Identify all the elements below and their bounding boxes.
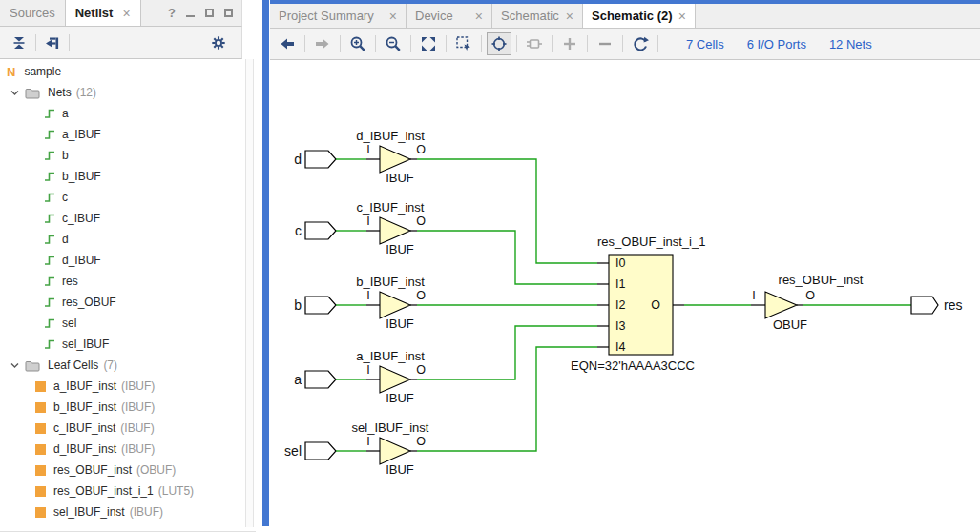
close-icon[interactable]: × bbox=[566, 10, 573, 23]
tree-item-cell[interactable]: b_IBUF_inst(IBUF) bbox=[0, 397, 244, 418]
scroll-to-selected-button[interactable] bbox=[41, 31, 64, 54]
pin-out-label: O bbox=[416, 143, 426, 156]
back-button[interactable] bbox=[275, 32, 300, 55]
tree-item-cell[interactable]: a_IBUF_inst(IBUF) bbox=[0, 376, 244, 397]
tree-item-net[interactable]: res bbox=[0, 271, 244, 292]
tree-label: b_IBUF bbox=[62, 170, 101, 183]
tree-item-net[interactable]: b_IBUF bbox=[0, 166, 244, 187]
left-tab-bar: Sources Netlist × ? bbox=[0, 0, 242, 27]
output-port-shape[interactable] bbox=[911, 297, 938, 314]
close-icon[interactable]: × bbox=[389, 10, 397, 23]
collapse-button[interactable] bbox=[593, 32, 617, 55]
cells-count-link[interactable]: 7 Cells bbox=[686, 37, 724, 51]
scroll-to-selected-icon bbox=[44, 34, 61, 51]
panel-splitter[interactable] bbox=[262, 0, 269, 526]
ibuf-cell-shape[interactable] bbox=[380, 366, 410, 393]
collapse-all-button[interactable] bbox=[8, 31, 31, 54]
input-port-shape[interactable] bbox=[305, 371, 336, 388]
tree-item-cell[interactable]: c_IBUF_inst(IBUF) bbox=[0, 418, 244, 439]
chevron-down-icon[interactable] bbox=[10, 360, 20, 371]
folder-icon bbox=[25, 359, 40, 372]
tab-project-summary[interactable]: Project Summary × bbox=[270, 4, 407, 28]
tree-item-net[interactable]: d_IBUF bbox=[0, 250, 244, 271]
tree-item-cell[interactable]: d_IBUF_inst(IBUF) bbox=[0, 439, 244, 460]
input-port-shape[interactable] bbox=[305, 222, 336, 239]
tree-item-net[interactable]: a bbox=[0, 103, 244, 124]
tree-item-net[interactable]: c bbox=[0, 187, 244, 208]
pin-label: I0 bbox=[615, 256, 625, 270]
netlist-n-icon: N bbox=[7, 65, 15, 79]
pin-in-label: I bbox=[366, 143, 369, 156]
tree-item-cell[interactable]: sel_IBUF_inst(IBUF) bbox=[0, 501, 244, 522]
plus-icon bbox=[561, 35, 578, 52]
tree-group-nets[interactable]: Nets (12) bbox=[0, 82, 244, 103]
tree-item-net[interactable]: d bbox=[0, 229, 244, 250]
lut5-cell: res_OBUF_inst_i_1 I0 I1 I2 I3 I4 O EQN=3… bbox=[571, 235, 705, 373]
close-icon[interactable]: × bbox=[475, 10, 483, 23]
tab-device[interactable]: Device × bbox=[407, 4, 492, 28]
pin-in-label: I bbox=[366, 289, 369, 302]
panel-window-controls: ? bbox=[168, 0, 241, 26]
zoom-out-button[interactable] bbox=[381, 32, 406, 55]
expand-button[interactable] bbox=[557, 32, 582, 55]
toolbar-separator bbox=[622, 35, 623, 52]
tree-item-net[interactable]: a_IBUF bbox=[0, 124, 244, 145]
io-ports-count-link[interactable]: 6 I/O Ports bbox=[747, 37, 806, 51]
tree-item-net[interactable]: c_IBUF bbox=[0, 208, 244, 229]
tree-label: Nets bbox=[48, 86, 72, 99]
net-d-ibuf[interactable] bbox=[417, 159, 597, 263]
add-cell-button[interactable] bbox=[522, 32, 547, 55]
pin-out-label: O bbox=[416, 435, 426, 448]
help-icon[interactable]: ? bbox=[168, 6, 176, 20]
pin-label: I2 bbox=[615, 298, 625, 312]
zoom-in-button[interactable] bbox=[345, 32, 370, 55]
tab-sources[interactable]: Sources bbox=[0, 0, 66, 26]
minimize-icon[interactable] bbox=[186, 15, 195, 17]
tree-item-sample[interactable]: N sample bbox=[0, 61, 244, 82]
tree-count: (12) bbox=[76, 86, 96, 99]
input-port-shape[interactable] bbox=[305, 151, 336, 168]
cell-type: (OBUF) bbox=[136, 463, 176, 477]
obuf-cell-shape[interactable] bbox=[765, 292, 797, 318]
nets-count-link[interactable]: 12 Nets bbox=[829, 37, 872, 51]
close-icon[interactable]: × bbox=[122, 7, 130, 20]
net-icon bbox=[43, 296, 56, 309]
tree-item-cell[interactable]: res_OBUF_inst_i_1(LUT5) bbox=[0, 481, 244, 501]
cell-icon bbox=[35, 444, 46, 455]
forward-button[interactable] bbox=[310, 32, 335, 55]
tab-schematic[interactable]: Schematic × bbox=[492, 4, 583, 28]
tree-label: Leaf Cells bbox=[48, 358, 98, 372]
input-port-shape[interactable] bbox=[305, 442, 336, 460]
tree-item-net[interactable]: res_OBUF bbox=[0, 292, 244, 313]
tree-item-net[interactable]: sel bbox=[0, 313, 244, 334]
tab-schematic-2[interactable]: Schematic (2) × bbox=[583, 4, 696, 28]
regenerate-button[interactable] bbox=[628, 32, 653, 55]
close-icon[interactable]: × bbox=[678, 10, 686, 23]
tree-group-leaf-cells[interactable]: Leaf Cells (7) bbox=[0, 355, 244, 376]
ibuf-cell-shape[interactable] bbox=[380, 146, 410, 173]
net-icon bbox=[43, 338, 56, 351]
tab-netlist[interactable]: Netlist × bbox=[66, 0, 141, 26]
buffer-c: c I O c_IBUF_inst IBUF bbox=[295, 200, 426, 256]
tree-item-net[interactable]: sel_IBUF bbox=[0, 334, 244, 355]
zoom-to-selection-button[interactable] bbox=[451, 32, 476, 55]
schematic-canvas[interactable]: d I O d_IBUF_inst IBUF c I O bbox=[270, 60, 980, 532]
cell-icon bbox=[35, 381, 46, 392]
tree-item-cell[interactable]: res_OBUF_inst(OBUF) bbox=[0, 460, 244, 481]
zoom-fit-button[interactable] bbox=[416, 32, 441, 55]
tree-scrollbar[interactable] bbox=[245, 59, 254, 527]
input-port-shape[interactable] bbox=[305, 297, 336, 314]
instance-label: res_OBUF_inst bbox=[779, 273, 864, 287]
autofit-selection-button[interactable] bbox=[487, 32, 511, 55]
tree-item-net[interactable]: b bbox=[0, 145, 244, 166]
ibuf-cell-shape[interactable] bbox=[380, 292, 410, 318]
chevron-down-icon[interactable] bbox=[10, 88, 20, 98]
ibuf-cell-shape[interactable] bbox=[380, 217, 410, 244]
net-c-ibuf[interactable] bbox=[417, 231, 597, 284]
settings-button[interactable] bbox=[207, 31, 230, 54]
maximize-icon[interactable] bbox=[224, 9, 233, 17]
instance-label: d_IBUF_inst bbox=[356, 129, 425, 143]
tree-label: sel_IBUF_inst bbox=[53, 505, 125, 519]
float-icon[interactable] bbox=[205, 9, 214, 17]
ibuf-cell-shape[interactable] bbox=[380, 438, 410, 464]
